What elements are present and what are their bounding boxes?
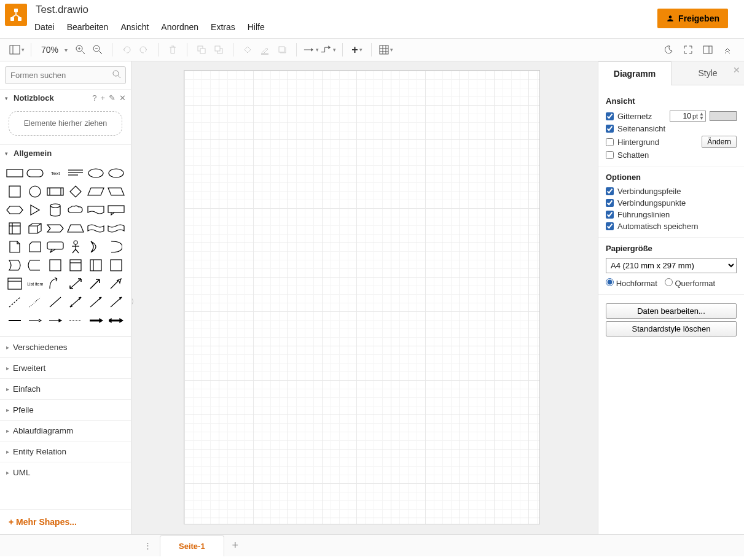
line-color-button[interactable] [257,42,273,58]
shape-trapezoid[interactable] [67,220,85,236]
search-shapes-input[interactable] [5,66,126,84]
shape-cloud[interactable] [67,202,85,218]
table-button[interactable]: ▾ [378,42,394,58]
shape-line-bidir[interactable] [67,294,85,310]
shape-rectangle[interactable] [6,165,24,181]
shape-dotted-line[interactable] [26,294,44,310]
more-shapes-button[interactable]: + Mehr Shapes... [0,509,131,534]
shape-connector5[interactable] [87,313,104,329]
shape-list[interactable] [6,276,24,292]
shape-line-arrow[interactable] [87,294,104,310]
format-panel-button[interactable] [700,42,716,58]
grid-size-input[interactable] [672,111,692,121]
app-logo[interactable] [5,4,27,26]
menu-view[interactable]: Ansicht [120,18,156,38]
shape-and[interactable] [107,239,125,255]
landscape-radio[interactable] [665,278,673,286]
shape-callout-rect[interactable] [107,202,125,218]
autosave-checkbox[interactable] [606,222,614,230]
portrait-radio[interactable] [606,278,614,286]
canvas[interactable]: ⟨⟩ [131,61,598,534]
menu-help[interactable]: Hilfe [248,18,272,38]
edit-data-button[interactable]: Daten bearbeiten... [606,303,737,319]
shape-circle[interactable] [26,184,44,200]
undo-button[interactable] [119,42,135,58]
shape-step[interactable] [47,220,65,236]
shape-bidir-arrow[interactable] [67,276,85,292]
background-change-button[interactable]: Ändern [702,136,737,148]
section-entity[interactable]: Entity Relation [0,441,131,462]
shape-ellipse[interactable] [87,165,104,181]
insert-button[interactable]: +▾ [349,42,365,58]
scratchpad-edit-icon[interactable]: ✎ [109,93,116,103]
menu-arrange[interactable]: Anordnen [161,18,206,38]
shape-connector6[interactable] [107,313,125,329]
section-flowchart[interactable]: Ablaufdiagramm [0,420,131,441]
shape-connector4[interactable] [67,313,85,329]
shape-connector2[interactable] [26,313,44,329]
shadow-button[interactable] [274,42,290,58]
shape-internal-storage[interactable] [6,220,24,236]
page-menu-button[interactable]: ⋮ [140,541,155,550]
connect-arrows-checkbox[interactable] [606,187,614,195]
close-format-panel-icon[interactable]: ✕ [733,65,740,75]
search-icon[interactable] [112,70,121,80]
paper-size-select[interactable]: A4 (210 mm x 297 mm) [606,258,737,273]
shape-note[interactable] [6,239,24,255]
to-back-button[interactable] [211,42,227,58]
delete-button[interactable] [165,42,181,58]
redo-button[interactable] [136,42,152,58]
scratchpad-close-icon[interactable]: ✕ [119,93,126,103]
scratchpad-header[interactable]: ▾ Notizblock ? + ✎ ✕ [0,89,131,106]
shape-line-arrow2[interactable] [107,294,125,310]
shape-textbox[interactable] [67,165,85,181]
shape-connector1[interactable] [6,313,24,329]
to-front-button[interactable] [194,42,209,58]
background-checkbox[interactable] [606,138,614,146]
scratchpad-add-icon[interactable]: + [100,93,105,103]
shape-text[interactable]: Text [47,165,65,181]
clear-default-style-button[interactable]: Standardstyle löschen [606,321,737,336]
grid-checkbox[interactable] [606,112,614,120]
tab-diagram[interactable]: Diagramm [598,61,672,85]
shape-listitem[interactable]: List item [26,276,44,292]
view-dropdown[interactable]: ▾ [9,42,25,58]
shape-or[interactable] [87,239,104,255]
general-header[interactable]: ▾ Allgemein [0,144,131,161]
zoom-control[interactable]: 70%▾ [37,45,71,55]
shape-document[interactable] [87,202,104,218]
shape-cylinder[interactable] [47,202,65,218]
shape-container4[interactable] [87,257,104,273]
sidebar-splitter[interactable]: ⟨⟩ [131,298,133,310]
shape-connector3[interactable] [47,313,65,329]
menu-edit[interactable]: Bearbeiten [67,18,116,38]
shape-process[interactable] [47,184,65,200]
shape-arrow[interactable] [87,276,104,292]
share-button[interactable]: Freigeben [657,9,728,28]
canvas-page[interactable] [184,70,540,524]
shape-dashed-line[interactable] [6,294,24,310]
shape-tape2[interactable] [107,220,125,236]
shadow-checkbox[interactable] [606,151,614,159]
guides-checkbox[interactable] [606,211,614,219]
shape-diamond[interactable] [67,184,85,200]
shape-parallelogram2[interactable] [107,184,125,200]
shape-arrow-open[interactable] [107,276,125,292]
section-basic[interactable]: Einfach [0,378,131,399]
dark-mode-button[interactable] [660,42,676,58]
section-misc[interactable]: Verschiedenes [0,336,131,357]
shape-container[interactable] [26,257,44,273]
shape-curve[interactable] [47,276,65,292]
menu-file[interactable]: Datei [34,18,62,38]
shape-cube[interactable] [26,220,44,236]
shape-hexagon[interactable] [6,202,24,218]
scratchpad-dropzone[interactable]: Elemente hierher ziehen [9,111,122,136]
add-page-button[interactable]: + [227,539,244,552]
document-title[interactable]: Test.drawio [34,4,657,16]
connection-button[interactable]: ▾ [303,42,319,58]
shape-container3[interactable] [67,257,85,273]
shape-rounded-rect[interactable] [26,165,44,181]
zoom-out-button[interactable] [90,42,106,58]
shape-triangle[interactable] [26,202,44,218]
pageview-checkbox[interactable] [606,125,614,133]
